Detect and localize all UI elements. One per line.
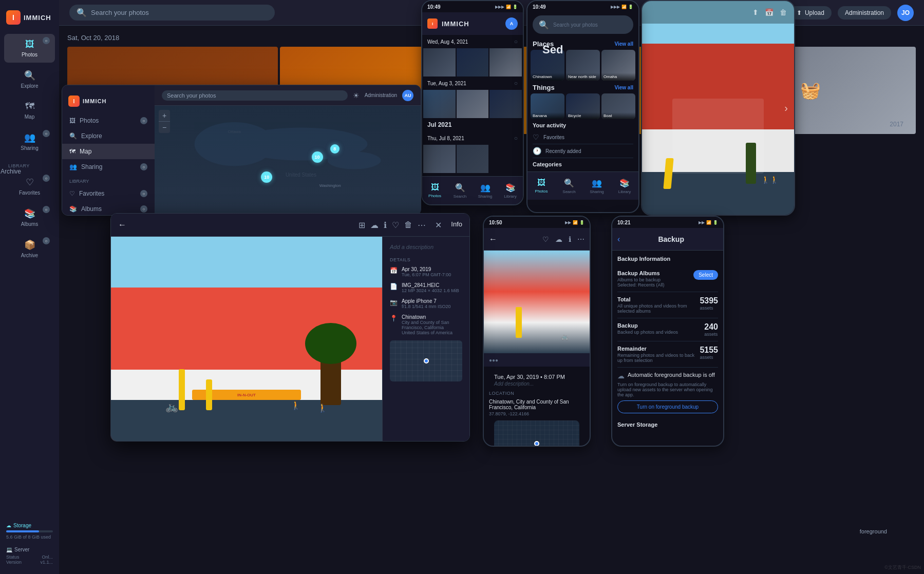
mobile-thing-bicycle[interactable]: Bicycle [566,93,600,119]
sidebar-item-sharing[interactable]: 👥 Sharing ○ [4,127,55,156]
photo-datetime: Tue, 6:07 PM GMT-7:00 [402,272,451,277]
detail-grid-icon[interactable]: ⊞ [359,220,365,230]
mobile-1-nav-photos[interactable]: 🖼 Photos [422,177,447,204]
mobile-1-nav-search[interactable]: 🔍 Search [447,177,473,204]
mobile-place-omaha[interactable]: Omaha [601,50,635,81]
detail-cloud-icon[interactable]: ☁ [370,220,379,230]
mobile-1-icons: ▶▶▶ 📶 🔋 [495,5,518,9]
mobile-photo-cell-1[interactable] [423,48,456,76]
mobile-3-desc[interactable]: Add description... [489,381,584,391]
backup-fg-label: Automatic foreground backup is off [628,372,715,378]
backup-albums-label: Backup Albums [617,270,665,276]
window-nav-sharing[interactable]: 👥 Sharing ○ [62,159,155,175]
mobile-2-things-view-all[interactable]: View all [614,85,633,90]
sidebar-item-explore[interactable]: 🔍 Explore [4,65,55,94]
mobile-2-nav-sharing[interactable]: 👥 Sharing [583,172,611,200]
window-avatar[interactable]: AU [402,90,413,101]
sidebar-item-archive[interactable]: 📦 Archive ○ [4,234,55,263]
mobile-2-recent-row[interactable]: 🕐 Recently added [533,144,633,158]
mobile-2-nav-search[interactable]: 🔍 Search [555,172,583,200]
file-icon: 📄 [390,283,398,290]
window-admin-label[interactable]: Administration [365,92,397,98]
turn-on-foreground-btn[interactable]: Turn on foreground backup [617,400,718,413]
mobile-photo-cell-2[interactable] [457,48,489,76]
map-dot-1[interactable]: 10 [312,151,323,163]
window-logo-icon: I [68,95,80,107]
mobile-2-nav-photos[interactable]: 🖼 Photos [527,172,555,200]
photo-filespec: 12 MP 3024 × 4032 1.6 MiB [402,288,459,293]
mobile-5-trash[interactable]: 🗑 [780,8,787,16]
detail-more-icon[interactable]: ⋯ [418,220,426,230]
add-description-placeholder[interactable]: Add a description [390,244,462,250]
server-status-row: Status Onl... [6,554,53,560]
window-nav-favorites[interactable]: ♡ Favorites ○ [62,186,155,201]
map-dot-3[interactable]: 10 [261,171,272,183]
window-nav-explore[interactable]: 🔍 Explore [62,128,155,144]
info-map-mini[interactable] [390,340,462,381]
mobile-3-back[interactable]: ← [489,235,497,244]
window-map-area[interactable]: United States Ottawa Washington 10 8 10 … [155,106,421,215]
mobile-3-cloud[interactable]: ☁ [555,235,562,243]
backup-back-btn[interactable]: ‹ [617,235,620,244]
mobile-photo-cell-5[interactable] [457,90,489,118]
mobile-2-nav-sharing-icon: 👥 [592,178,602,188]
sidebar-item-photos[interactable]: 🖼 Photos ○ [4,34,55,63]
mobile-thing-boat[interactable]: Boat [601,93,635,119]
detail-info-icon[interactable]: ℹ [384,220,387,230]
mobile-photo-cell-4[interactable] [423,90,456,118]
mobile-place-northside[interactable]: Near north side [566,50,600,81]
search-icon: 🔍 [77,8,87,17]
map-zoom-in[interactable]: + [159,110,170,121]
mobile-1-nav-sharing[interactable]: 👥 Sharing [473,177,498,204]
detail-heart-icon[interactable]: ♡ [392,220,399,230]
window-map: I IMMICH 🖼 Photos ○ 🔍 Explore 🗺 Map 👥 Sh… [62,85,421,216]
map-zoom-out[interactable]: − [159,122,170,133]
search-bar[interactable]: 🔍 Search your photos [69,5,275,21]
mobile-photo-cell-3[interactable] [489,48,522,76]
detail-back-btn[interactable]: ← [118,220,126,229]
window-sun-icon[interactable]: ☀ [353,91,360,100]
mobile-2-places-view-all[interactable]: View all [614,41,633,47]
mobile-2-nav-library[interactable]: 📚 Library [611,172,638,200]
mobile-5-calendar[interactable]: 📅 [765,8,774,16]
mobile-3-heart[interactable]: ♡ [542,235,549,243]
mobile-photo-cell-6[interactable] [489,90,522,118]
sed-text: Sed [542,43,563,56]
mobile-thing-banana[interactable]: Banana [531,93,564,119]
mobile-1-avatar[interactable]: A [505,17,518,30]
mobile-1-nav-library[interactable]: 📚 Library [498,177,523,204]
mobile-3-photo[interactable]: 🚲 [484,251,590,353]
administration-button[interactable]: Administration [838,6,891,20]
mobile-1-check2: ○ [514,80,518,87]
albums-label: Albums [21,221,38,227]
mobile-3-info[interactable]: ℹ [569,235,571,243]
detail-trash-icon[interactable]: 🗑 [404,220,412,230]
mobile-3-pole [516,307,522,338]
mobile-3-more[interactable]: ⋯ [577,235,584,243]
mobile-photo-cell-8[interactable] [457,145,489,173]
backup-select-btn[interactable]: Select [693,270,718,280]
sidebar-item-map[interactable]: 🗺 Map [4,96,55,125]
sidebar-item-favorites[interactable]: ♡ Favorites ○ [4,171,55,201]
mobile-2-favorites-text: Favorites [543,135,564,140]
sidebar-item-albums[interactable]: 📚 Albums ○ [4,203,55,232]
window-library-label: LIBRARY [62,175,155,186]
mobile-5-image[interactable]: 🚶🚶 › [642,1,794,215]
detail-close-icon[interactable]: ✕ [435,220,442,230]
window-nav-photos[interactable]: 🖼 Photos ○ [62,113,155,128]
archive-text: Archive [1,168,21,175]
map-dot-2[interactable]: 8 [330,144,340,154]
window-nav-map[interactable]: 🗺 Map [62,144,155,159]
mobile-3-map[interactable] [494,420,579,447]
window-search-input[interactable]: Search your photos [162,90,348,101]
mobile-2-search[interactable]: 🔍 Search your photos [533,15,633,34]
user-avatar[interactable]: JO [897,5,914,21]
photo-detail-image[interactable]: IN-N-OUT 🚲 🚶 🚶 [111,237,382,441]
mobile-5-share[interactable]: ⬆ [752,8,759,16]
archive-label: Archive [21,253,38,258]
window-photo-detail: ← ⊞ ☁ ℹ ♡ 🗑 ⋯ ✕ Info IN-N-OUT 🚲 🚶 🚶 Ad [110,213,470,442]
mobile-1-date4: Thu, Jul 8, 2021 ○ [422,131,523,145]
upload-button[interactable]: ⬆ Upload [789,6,832,20]
mobile-2-favorites-row[interactable]: ♡ Favorites [533,130,633,144]
mobile-photo-cell-7[interactable] [423,145,456,173]
